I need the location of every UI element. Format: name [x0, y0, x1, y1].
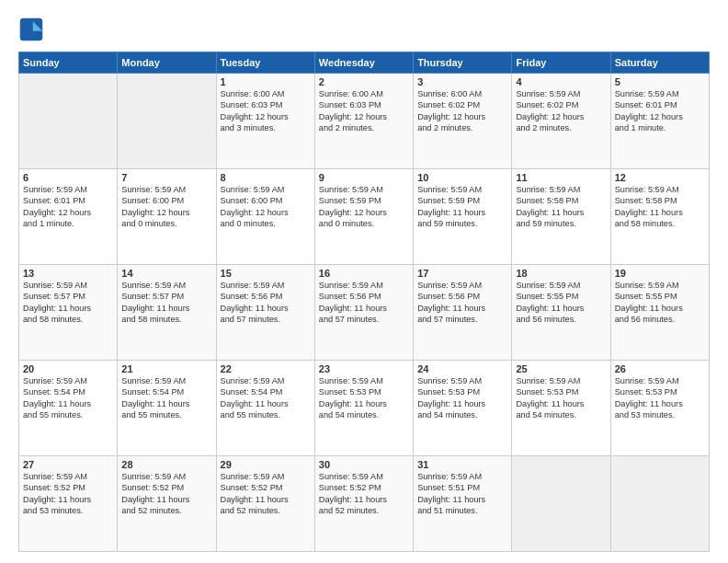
calendar-cell: [118, 74, 216, 169]
day-info: Sunrise: 5:59 AM Sunset: 5:53 PM Dayligh…: [615, 375, 705, 421]
day-number: 3: [417, 76, 507, 87]
calendar-cell: 18Sunrise: 5:59 AM Sunset: 5:55 PM Dayli…: [512, 265, 610, 361]
calendar-cell: 12Sunrise: 5:59 AM Sunset: 5:58 PM Dayli…: [610, 169, 709, 265]
day-number: 29: [221, 459, 311, 470]
calendar-cell: 2Sunrise: 6:00 AM Sunset: 6:03 PM Daylig…: [314, 74, 413, 169]
day-info: Sunrise: 5:59 AM Sunset: 6:00 PM Dayligh…: [221, 184, 311, 230]
calendar-header-row: SundayMondayTuesdayWednesdayThursdayFrid…: [19, 52, 710, 74]
day-number: 28: [121, 459, 211, 470]
day-number: 2: [319, 76, 409, 87]
calendar-cell: 23Sunrise: 5:59 AM Sunset: 5:53 PM Dayli…: [314, 361, 413, 456]
calendar-cell: 24Sunrise: 5:59 AM Sunset: 5:53 PM Dayli…: [414, 361, 512, 456]
calendar-cell: 1Sunrise: 6:00 AM Sunset: 6:03 PM Daylig…: [216, 74, 314, 169]
day-info: Sunrise: 5:59 AM Sunset: 5:56 PM Dayligh…: [221, 280, 311, 326]
day-info: Sunrise: 5:59 AM Sunset: 5:52 PM Dayligh…: [319, 471, 409, 517]
logo: [18, 17, 48, 42]
day-number: 24: [417, 363, 507, 374]
day-info: Sunrise: 5:59 AM Sunset: 6:02 PM Dayligh…: [516, 88, 606, 134]
calendar-cell: 8Sunrise: 5:59 AM Sunset: 6:00 PM Daylig…: [216, 169, 314, 265]
day-number: 9: [319, 172, 409, 183]
day-info: Sunrise: 5:59 AM Sunset: 5:56 PM Dayligh…: [417, 280, 507, 326]
calendar-cell: 17Sunrise: 5:59 AM Sunset: 5:56 PM Dayli…: [414, 265, 512, 361]
day-info: Sunrise: 5:59 AM Sunset: 6:01 PM Dayligh…: [23, 184, 113, 230]
calendar-cell: 4Sunrise: 5:59 AM Sunset: 6:02 PM Daylig…: [512, 74, 610, 169]
calendar-week-3: 13Sunrise: 5:59 AM Sunset: 5:57 PM Dayli…: [19, 265, 710, 361]
calendar-cell: [512, 456, 610, 552]
day-number: 7: [121, 172, 211, 183]
day-info: Sunrise: 5:59 AM Sunset: 5:55 PM Dayligh…: [516, 280, 606, 326]
calendar-header-friday: Friday: [512, 52, 610, 74]
day-number: 17: [417, 268, 507, 279]
calendar-cell: 7Sunrise: 5:59 AM Sunset: 6:00 PM Daylig…: [118, 169, 216, 265]
day-info: Sunrise: 5:59 AM Sunset: 5:53 PM Dayligh…: [417, 375, 507, 421]
day-number: 14: [121, 268, 211, 279]
day-info: Sunrise: 5:59 AM Sunset: 6:00 PM Dayligh…: [121, 184, 211, 230]
day-number: 31: [417, 459, 507, 470]
day-info: Sunrise: 5:59 AM Sunset: 5:54 PM Dayligh…: [221, 375, 311, 421]
calendar-header-wednesday: Wednesday: [314, 52, 413, 74]
calendar-cell: 13Sunrise: 5:59 AM Sunset: 5:57 PM Dayli…: [19, 265, 118, 361]
calendar-table: SundayMondayTuesdayWednesdayThursdayFrid…: [18, 52, 710, 552]
calendar-cell: 14Sunrise: 5:59 AM Sunset: 5:57 PM Dayli…: [118, 265, 216, 361]
calendar-cell: 31Sunrise: 5:59 AM Sunset: 5:51 PM Dayli…: [414, 456, 512, 552]
calendar-cell: 25Sunrise: 5:59 AM Sunset: 5:53 PM Dayli…: [512, 361, 610, 456]
day-number: 26: [615, 363, 705, 374]
calendar-cell: 28Sunrise: 5:59 AM Sunset: 5:52 PM Dayli…: [118, 456, 216, 552]
day-number: 20: [23, 363, 113, 374]
day-info: Sunrise: 5:59 AM Sunset: 5:57 PM Dayligh…: [23, 280, 113, 326]
calendar-cell: 20Sunrise: 5:59 AM Sunset: 5:54 PM Dayli…: [19, 361, 118, 456]
calendar-cell: 21Sunrise: 5:59 AM Sunset: 5:54 PM Dayli…: [118, 361, 216, 456]
calendar-cell: [19, 74, 118, 169]
day-number: 19: [615, 268, 705, 279]
day-info: Sunrise: 5:59 AM Sunset: 5:52 PM Dayligh…: [121, 471, 211, 517]
calendar-cell: [610, 456, 709, 552]
day-number: 27: [23, 459, 113, 470]
calendar-cell: 16Sunrise: 5:59 AM Sunset: 5:56 PM Dayli…: [314, 265, 413, 361]
day-info: Sunrise: 5:59 AM Sunset: 5:56 PM Dayligh…: [319, 280, 409, 326]
calendar-header-sunday: Sunday: [19, 52, 118, 74]
day-number: 12: [615, 172, 705, 183]
calendar-cell: 19Sunrise: 5:59 AM Sunset: 5:55 PM Dayli…: [610, 265, 709, 361]
calendar-header-tuesday: Tuesday: [216, 52, 314, 74]
logo-icon: [18, 17, 44, 42]
day-info: Sunrise: 5:59 AM Sunset: 5:53 PM Dayligh…: [319, 375, 409, 421]
calendar-cell: 22Sunrise: 5:59 AM Sunset: 5:54 PM Dayli…: [216, 361, 314, 456]
calendar-cell: 15Sunrise: 5:59 AM Sunset: 5:56 PM Dayli…: [216, 265, 314, 361]
day-number: 16: [319, 268, 409, 279]
day-number: 15: [221, 268, 311, 279]
day-info: Sunrise: 6:00 AM Sunset: 6:03 PM Dayligh…: [221, 88, 311, 134]
calendar-cell: 27Sunrise: 5:59 AM Sunset: 5:52 PM Dayli…: [19, 456, 118, 552]
day-number: 23: [319, 363, 409, 374]
day-info: Sunrise: 6:00 AM Sunset: 6:03 PM Dayligh…: [319, 88, 409, 134]
calendar-week-1: 1Sunrise: 6:00 AM Sunset: 6:03 PM Daylig…: [19, 74, 710, 169]
day-info: Sunrise: 5:59 AM Sunset: 6:01 PM Dayligh…: [615, 88, 705, 134]
day-number: 11: [516, 172, 606, 183]
day-number: 25: [516, 363, 606, 374]
day-info: Sunrise: 5:59 AM Sunset: 5:58 PM Dayligh…: [615, 184, 705, 230]
day-info: Sunrise: 5:59 AM Sunset: 5:59 PM Dayligh…: [319, 184, 409, 230]
day-info: Sunrise: 5:59 AM Sunset: 5:55 PM Dayligh…: [615, 280, 705, 326]
calendar-cell: 9Sunrise: 5:59 AM Sunset: 5:59 PM Daylig…: [314, 169, 413, 265]
calendar-header-saturday: Saturday: [610, 52, 709, 74]
calendar-cell: 29Sunrise: 5:59 AM Sunset: 5:52 PM Dayli…: [216, 456, 314, 552]
day-number: 4: [516, 76, 606, 87]
day-info: Sunrise: 5:59 AM Sunset: 5:52 PM Dayligh…: [221, 471, 311, 517]
calendar-cell: 5Sunrise: 5:59 AM Sunset: 6:01 PM Daylig…: [610, 74, 709, 169]
page: SundayMondayTuesdayWednesdayThursdayFrid…: [0, 0, 728, 563]
calendar-cell: 3Sunrise: 6:00 AM Sunset: 6:02 PM Daylig…: [414, 74, 512, 169]
day-number: 13: [23, 268, 113, 279]
calendar-week-2: 6Sunrise: 5:59 AM Sunset: 6:01 PM Daylig…: [19, 169, 710, 265]
day-info: Sunrise: 5:59 AM Sunset: 5:51 PM Dayligh…: [417, 471, 507, 517]
day-number: 8: [221, 172, 311, 183]
day-info: Sunrise: 5:59 AM Sunset: 5:52 PM Dayligh…: [23, 471, 113, 517]
calendar-cell: 6Sunrise: 5:59 AM Sunset: 6:01 PM Daylig…: [19, 169, 118, 265]
day-info: Sunrise: 6:00 AM Sunset: 6:02 PM Dayligh…: [417, 88, 507, 134]
calendar-week-5: 27Sunrise: 5:59 AM Sunset: 5:52 PM Dayli…: [19, 456, 710, 552]
day-number: 1: [221, 76, 311, 87]
day-number: 10: [417, 172, 507, 183]
calendar-header-thursday: Thursday: [414, 52, 512, 74]
day-number: 21: [121, 363, 211, 374]
day-info: Sunrise: 5:59 AM Sunset: 5:58 PM Dayligh…: [516, 184, 606, 230]
day-info: Sunrise: 5:59 AM Sunset: 5:57 PM Dayligh…: [121, 280, 211, 326]
calendar-header-monday: Monday: [118, 52, 216, 74]
